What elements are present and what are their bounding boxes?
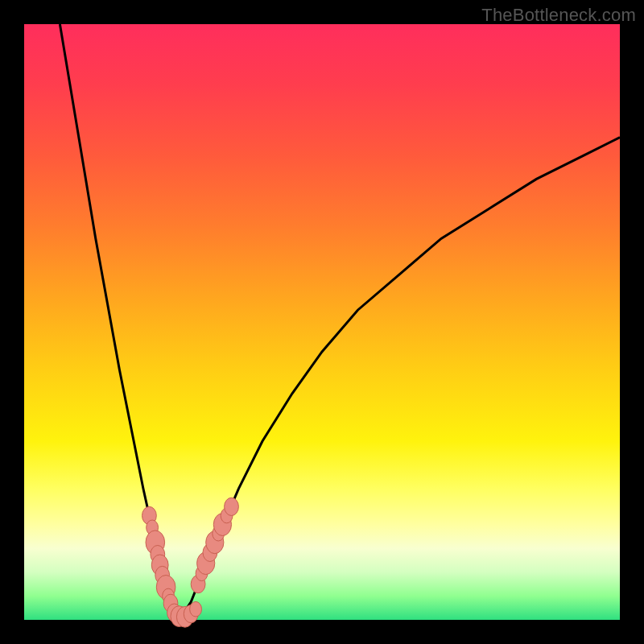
left-curve xyxy=(60,24,179,620)
bead-marker xyxy=(225,497,239,515)
plot-area xyxy=(24,24,620,620)
right-curve xyxy=(179,138,620,620)
chart-svg xyxy=(24,24,620,620)
bead-marker xyxy=(190,601,202,617)
chart-container: TheBottleneck.com xyxy=(0,0,644,644)
watermark-text: TheBottleneck.com xyxy=(481,5,636,26)
bead-group xyxy=(142,497,239,627)
